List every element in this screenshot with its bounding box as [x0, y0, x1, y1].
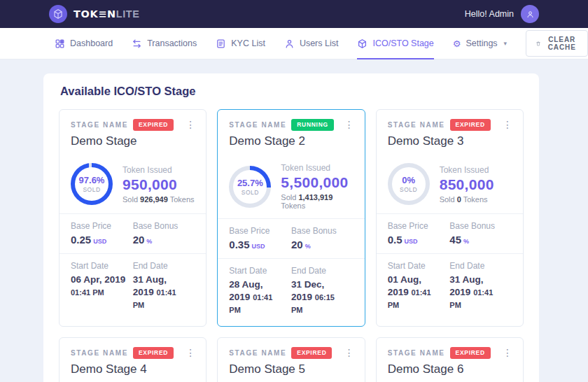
greeting-text: Hello! Admin — [465, 9, 514, 19]
app-header: TOK≡NLITE Hello! Admin — [0, 0, 588, 28]
donut-chart: 25.7% SOLD — [229, 166, 271, 208]
sold-suffix: Tokens — [463, 195, 488, 204]
status-badge: EXPIRED — [450, 119, 491, 131]
status-badge: EXPIRED — [450, 347, 491, 359]
stage-title: Demo Stage 4 — [71, 362, 196, 376]
nav-item-ico-sto-stage[interactable]: ICO/STO Stage — [357, 28, 433, 59]
nav-label: ICO/STO Stage — [372, 38, 433, 48]
end-date-value: 31 Dec, 2019 06:15 PM — [291, 278, 348, 317]
start-date-col: Start Date 01 Aug, 2019 01:41 PM — [388, 261, 450, 312]
price-section: Base Price 0.35USD Base Bonus 20% — [218, 218, 364, 258]
start-date: 06 Apr, 2019 — [71, 274, 125, 285]
cube-icon — [357, 38, 368, 49]
donut-sold-label: SOLD — [400, 186, 417, 193]
token-section: 25.7% SOLD Token Issued 5,500,000 Sold 1… — [218, 156, 364, 218]
end-date-col: End Date 31 Aug, 2019 01:41 PM — [449, 261, 512, 312]
stage-title: Demo Stage 5 — [229, 362, 354, 376]
stage-name-label: STAGE NAME — [388, 349, 445, 357]
start-date-col: Start Date 06 Apr, 2019 01:41 PM — [71, 261, 133, 312]
end-date-label: End Date — [449, 261, 506, 271]
card-header-row: STAGE NAME EXPIRED ⋮ — [71, 119, 196, 131]
base-bonus-value: 20% — [291, 239, 348, 250]
donut-sold-label: SOLD — [241, 189, 259, 196]
brand-text-bold: TOK≡N — [74, 8, 116, 20]
sold-tokens-line: Sold 926,949 Tokens — [122, 195, 195, 204]
base-price-unit: USD — [252, 243, 265, 250]
base-price-unit: USD — [93, 238, 106, 245]
token-info: Token Issued 950,000 Sold 926,949 Tokens — [122, 165, 195, 204]
nav-item-kyc-list[interactable]: KYC List — [216, 28, 265, 59]
start-time: 01:41 PM — [71, 288, 104, 297]
card-header-row: STAGE NAME RUNNING ⋮ — [229, 119, 354, 131]
base-price-col: Base Price 0.5USD — [388, 221, 450, 246]
sold-tokens-value: 926,949 — [140, 195, 168, 204]
price-section: Base Price 0.25USD Base Bonus 20% — [59, 213, 206, 253]
sold-prefix: Sold — [281, 193, 296, 201]
price-section: Base Price 0.5USD Base Bonus 45% — [377, 213, 523, 253]
trash-icon — [536, 39, 540, 48]
card-header-row: STAGE NAME EXPIRED ⋮ — [388, 119, 513, 131]
base-bonus-unit: % — [305, 243, 311, 250]
card-header-row: STAGE NAME EXPIRED ⋮ — [388, 347, 513, 359]
nav-label: Settings — [465, 38, 497, 48]
kebab-menu-icon[interactable]: ⋮ — [183, 346, 198, 360]
donut-hole: 97.6% SOLD — [75, 167, 108, 201]
kebab-menu-icon[interactable]: ⋮ — [342, 346, 357, 360]
stage-name-label: STAGE NAME — [229, 121, 286, 129]
base-bonus-number: 20 — [291, 239, 303, 250]
base-price-number: 0.35 — [229, 239, 249, 250]
base-bonus-label: Base Bonus — [133, 221, 190, 231]
tokenlite-logo-icon — [49, 5, 67, 23]
base-price-label: Base Price — [388, 221, 444, 231]
brand-text-light: LITE — [116, 8, 140, 20]
brand-logo[interactable]: TOK≡NLITE — [49, 5, 140, 23]
card-header-row: STAGE NAME EXPIRED ⋮ — [229, 347, 354, 359]
base-bonus-col: Base Bonus 20% — [133, 221, 195, 246]
end-date-value: 31 Aug, 2019 01:41 PM — [449, 274, 506, 312]
nav-item-dashboard[interactable]: Dashboard — [55, 28, 113, 59]
dates-section: Start Date 06 Apr, 2019 01:41 PM End Dat… — [59, 253, 206, 321]
avatar[interactable] — [521, 5, 539, 23]
stage-card: STAGE NAME EXPIRED ⋮ Demo Stage 97.6% SO… — [59, 109, 206, 327]
nav-label: Transactions — [147, 38, 197, 48]
gear-icon: ⚙ — [453, 39, 461, 48]
sold-tokens-line: Sold 1,413,919 Tokens — [281, 193, 353, 210]
start-date-value: 01 Aug, 2019 01:41 PM — [388, 274, 444, 312]
stage-title: Demo Stage 3 — [388, 134, 513, 148]
kebab-menu-icon[interactable]: ⋮ — [183, 118, 198, 132]
card-header: STAGE NAME EXPIRED ⋮ Demo Stage 5 — [218, 338, 364, 382]
sold-tokens-line: Sold 0 Tokens — [440, 195, 494, 204]
stage-title: Demo Stage 6 — [388, 362, 513, 376]
end-date-label: End Date — [133, 261, 190, 271]
base-price-col: Base Price 0.35USD — [229, 226, 291, 250]
token-info: Token Issued 850,000 Sold 0 Tokens — [440, 165, 494, 204]
user-area: Hello! Admin — [465, 5, 539, 23]
sold-prefix: Sold — [440, 195, 455, 204]
kebab-menu-icon[interactable]: ⋮ — [342, 118, 357, 132]
main-nav: Dashboard Transactions KYC List Users Li… — [0, 28, 588, 59]
chevron-down-icon: ▾ — [504, 40, 507, 47]
token-issued-label: Token Issued — [122, 165, 195, 175]
stage-card: STAGE NAME EXPIRED ⋮ Demo Stage 4 0% SOL… — [59, 337, 206, 382]
nav-item-settings[interactable]: ⚙ Settings ▾ — [453, 28, 507, 59]
end-date-label: End Date — [291, 266, 348, 276]
stage-card: STAGE NAME EXPIRED ⋮ Demo Stage 6 0% SOL… — [376, 337, 524, 382]
sold-tokens-value: 1,413,919 — [298, 193, 332, 201]
donut-percent: 0% — [402, 175, 415, 185]
base-bonus-col: Base Bonus 45% — [449, 221, 512, 246]
brand-text: TOK≡NLITE — [74, 8, 140, 20]
nav-item-transactions[interactable]: Transactions — [132, 28, 197, 59]
kebab-menu-icon[interactable]: ⋮ — [500, 346, 515, 360]
start-date-label: Start Date — [71, 261, 127, 271]
donut-percent: 25.7% — [237, 178, 263, 188]
donut-hole: 0% SOLD — [392, 167, 426, 201]
kebab-menu-icon[interactable]: ⋮ — [500, 118, 515, 132]
end-date-col: End Date 31 Dec, 2019 06:15 PM — [291, 266, 354, 317]
clear-cache-button[interactable]: CLEAR CACHE — [526, 30, 588, 57]
base-bonus-label: Base Bonus — [449, 221, 506, 231]
end-date-col: End Date 31 Aug, 2019 01:41 PM — [133, 261, 195, 312]
nav-item-users-list[interactable]: Users List — [284, 28, 339, 59]
stage-card: STAGE NAME EXPIRED ⋮ Demo Stage 5 0% SOL… — [217, 337, 365, 382]
sold-suffix: Tokens — [170, 195, 195, 204]
base-price-col: Base Price 0.25USD — [71, 221, 133, 246]
